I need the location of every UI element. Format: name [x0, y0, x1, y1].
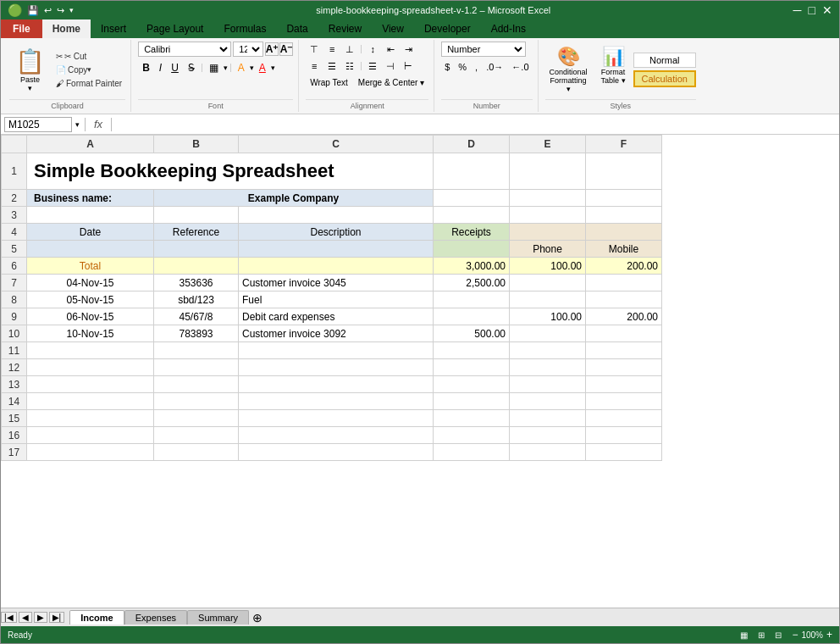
- cell-D15[interactable]: [434, 410, 510, 427]
- underline-button[interactable]: U: [167, 60, 183, 75]
- sheet-nav-next[interactable]: ▶: [34, 612, 47, 623]
- align-middle-button[interactable]: ≡: [323, 42, 340, 57]
- row-num-4[interactable]: 4: [2, 224, 27, 241]
- close-icon[interactable]: ✕: [822, 3, 832, 17]
- bold-button[interactable]: B: [138, 60, 154, 75]
- align-center-button[interactable]: ☰: [323, 58, 340, 74]
- conditional-formatting-button[interactable]: 🎨 ConditionalFormatting ▾: [545, 42, 592, 97]
- cell-E13[interactable]: [510, 376, 586, 393]
- fill-color-button[interactable]: A: [234, 60, 249, 75]
- col-header-B[interactable]: B: [154, 136, 239, 153]
- justify-button[interactable]: ☰: [364, 58, 381, 74]
- cell-D3[interactable]: [434, 207, 510, 224]
- row-num-3[interactable]: 3: [2, 207, 27, 224]
- sheet-nav-first[interactable]: |◀: [1, 612, 17, 623]
- cell-D9[interactable]: [434, 308, 510, 325]
- cell-F2[interactable]: [586, 190, 662, 207]
- cell-B12[interactable]: [154, 359, 239, 376]
- view-layout-icon[interactable]: ⊞: [758, 630, 765, 640]
- font-size-select[interactable]: 12: [233, 42, 263, 57]
- cell-D8[interactable]: [434, 291, 510, 308]
- cell-D6[interactable]: 3,000.00: [434, 258, 510, 275]
- decimal-decrease-button[interactable]: ←.0: [508, 60, 532, 74]
- cell-C12[interactable]: [239, 359, 434, 376]
- sheet-tab-expenses[interactable]: Expenses: [124, 610, 187, 625]
- cell-C9[interactable]: Debit card expenses: [239, 308, 434, 325]
- cell-D17[interactable]: [434, 444, 510, 461]
- tab-page-layout[interactable]: Page Layout: [136, 19, 213, 38]
- cell-B14[interactable]: [154, 393, 239, 410]
- cell-C15[interactable]: [239, 410, 434, 427]
- cell-A6[interactable]: Total: [27, 258, 154, 275]
- cell-B15[interactable]: [154, 410, 239, 427]
- minimize-icon[interactable]: ─: [793, 3, 802, 17]
- row-num-6[interactable]: 6: [2, 258, 27, 275]
- cell-E8[interactable]: [510, 291, 586, 308]
- tab-file[interactable]: File: [1, 19, 42, 38]
- cell-F10[interactable]: [586, 325, 662, 342]
- text-direction-button[interactable]: ↕: [364, 42, 381, 57]
- style-normal[interactable]: Normal: [633, 53, 696, 68]
- tab-home[interactable]: Home: [42, 19, 91, 38]
- align-right-button[interactable]: ☷: [341, 58, 358, 74]
- tab-addins[interactable]: Add-Ins: [481, 19, 536, 38]
- indent-decrease-button[interactable]: ⇤: [382, 42, 399, 57]
- row-num-7[interactable]: 7: [2, 275, 27, 291]
- cell-E14[interactable]: [510, 393, 586, 410]
- cell-E2[interactable]: [510, 190, 586, 207]
- cell-A16[interactable]: [27, 427, 154, 444]
- cell-C6[interactable]: [239, 258, 434, 275]
- cell-E17[interactable]: [510, 444, 586, 461]
- strikethrough-button[interactable]: S̶: [184, 60, 199, 75]
- cell-C13[interactable]: [239, 376, 434, 393]
- cell-A12[interactable]: [27, 359, 154, 376]
- cell-B5[interactable]: [154, 241, 239, 258]
- quick-redo-icon[interactable]: ↪: [57, 5, 64, 16]
- cell-A5[interactable]: [27, 241, 154, 258]
- cell-A10[interactable]: 10-Nov-15: [27, 325, 154, 342]
- name-box-dropdown[interactable]: ▾: [75, 120, 80, 129]
- currency-button[interactable]: $: [441, 60, 453, 74]
- align-top-button[interactable]: ⊤: [306, 42, 323, 57]
- percent-button[interactable]: %: [455, 60, 470, 74]
- italic-button[interactable]: I: [155, 60, 166, 75]
- zoom-in-button[interactable]: +: [826, 629, 832, 641]
- row-num-12[interactable]: 12: [2, 359, 27, 376]
- tab-review[interactable]: Review: [318, 19, 372, 38]
- paste-button[interactable]: 📋 Paste ▾: [9, 43, 51, 97]
- cell-B8[interactable]: sbd/123: [154, 291, 239, 308]
- cell-A9[interactable]: 06-Nov-15: [27, 308, 154, 325]
- cell-A4[interactable]: Date: [27, 224, 154, 241]
- cell-D5[interactable]: [434, 241, 510, 258]
- cell-F12[interactable]: [586, 359, 662, 376]
- cell-B9[interactable]: 45/67/8: [154, 308, 239, 325]
- wrap-text-button[interactable]: Wrap Text: [306, 76, 352, 89]
- cell-C14[interactable]: [239, 393, 434, 410]
- cell-E12[interactable]: [510, 359, 586, 376]
- copy-button[interactable]: 📄 Copy ▾: [52, 64, 125, 76]
- cell-B17[interactable]: [154, 444, 239, 461]
- align-bottom-button[interactable]: ⊥: [341, 42, 358, 57]
- quick-dropdown-icon[interactable]: ▾: [69, 6, 74, 14]
- cell-B7[interactable]: 353636: [154, 275, 239, 291]
- cell-B10[interactable]: 783893: [154, 325, 239, 342]
- cell-A7[interactable]: 04-Nov-15: [27, 275, 154, 291]
- zoom-out-button[interactable]: −: [792, 629, 798, 641]
- tab-data[interactable]: Data: [276, 19, 318, 38]
- cell-A17[interactable]: [27, 444, 154, 461]
- cell-A1[interactable]: Simple Bookkeeping Spreadsheet: [27, 153, 434, 190]
- cell-C5[interactable]: [239, 241, 434, 258]
- cell-C4[interactable]: Description: [239, 224, 434, 241]
- row-num-1[interactable]: 1: [2, 153, 27, 190]
- cell-F1[interactable]: [586, 153, 662, 190]
- cell-E3[interactable]: [510, 207, 586, 224]
- cell-F17[interactable]: [586, 444, 662, 461]
- cell-F8[interactable]: [586, 291, 662, 308]
- sheet-tab-summary[interactable]: Summary: [187, 610, 249, 625]
- formula-input[interactable]: [117, 118, 836, 131]
- cell-F11[interactable]: [586, 342, 662, 359]
- row-num-11[interactable]: 11: [2, 342, 27, 359]
- indent-increase-button[interactable]: ⇥: [400, 42, 417, 57]
- font-size-increase[interactable]: A⁺: [265, 42, 279, 56]
- cell-B16[interactable]: [154, 427, 239, 444]
